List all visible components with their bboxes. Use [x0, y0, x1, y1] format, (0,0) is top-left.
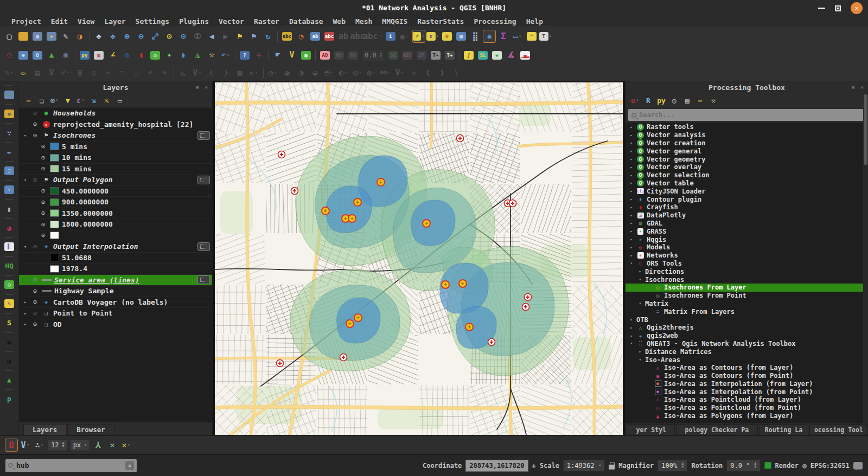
processing-item-hqgis[interactable]: ▸✳Hqgis — [626, 235, 868, 243]
save-layer-edits-icon[interactable]: ▤ — [31, 66, 44, 79]
copy-features-icon[interactable]: ❐ — [116, 66, 129, 79]
plugin-face-icon[interactable]: ◕ — [2, 221, 16, 235]
layout-manager-icon[interactable]: ✎ — [59, 30, 72, 43]
menu-layer[interactable]: Layer — [99, 17, 130, 25]
menu-help[interactable]: Help — [521, 17, 548, 25]
visibility-on-icon[interactable]: ⊙ — [39, 154, 47, 162]
style-manager-icon[interactable]: ◑ — [73, 30, 86, 43]
toggle-editing-icon[interactable]: ✏ — [17, 66, 30, 79]
layer-row-reprojected-amenity-hospital-22[interactable]: ⊙✚reprojected_amenity_hospital [22] — [19, 119, 212, 131]
layer-row-highway-sample[interactable]: ⊙Highway Sample — [19, 286, 212, 297]
data-source-manager-icon[interactable]: ◍ — [2, 107, 16, 121]
layer-row-blank[interactable]: ⊙ — [19, 230, 212, 242]
dock-tab-layers[interactable]: Layers — [23, 424, 66, 435]
split-parts-icon[interactable]: ◍▾ — [365, 66, 378, 79]
refresh-dark-icon[interactable]: ↻ — [2, 335, 16, 349]
processing-item-vector-general[interactable]: ▸QVector general — [626, 147, 868, 155]
expand-arrow-icon[interactable]: ▸ — [629, 133, 634, 138]
current-edits-icon[interactable]: ✎▾ — [3, 66, 16, 79]
histogram-plugin-icon[interactable]: ▁▄▂ — [519, 49, 532, 62]
layer-labeling-icon[interactable]: abc — [280, 30, 293, 43]
help-contents-icon[interactable]: ? — [238, 49, 251, 62]
metasearch-icon[interactable]: ◉ — [59, 49, 72, 62]
expand-arrow-icon[interactable]: ▸ — [629, 229, 634, 234]
crayfish-tool-icon[interactable]: ◖ — [135, 49, 148, 62]
options-wrench-icon[interactable]: ⚒ — [707, 94, 719, 106]
processing-search[interactable] — [628, 109, 865, 121]
processing-item-isochrones[interactable]: ▾Isochrones — [626, 275, 868, 284]
processing-item-otb[interactable]: ▸OTB — [626, 316, 868, 324]
osm-place-search-icon[interactable]: ○ — [149, 49, 162, 62]
render-checkbox[interactable] — [764, 462, 771, 469]
cityjson-loader-icon[interactable]: ▌ — [2, 240, 16, 254]
visibility-on-icon[interactable]: ⊙ — [39, 231, 47, 239]
expand-arrow-icon[interactable]: ▸ — [629, 157, 634, 162]
pan-map-icon[interactable]: ✥ — [92, 30, 105, 43]
menu-mesh[interactable]: Mesh — [350, 17, 377, 25]
stream-digitize-icon[interactable]: ≣ — [73, 66, 86, 79]
layer-row-1978-4[interactable]: 1978.4 — [19, 263, 212, 275]
hqgis-tool-icon[interactable]: HQ — [2, 259, 16, 273]
python-scripts-icon[interactable]: py — [655, 94, 667, 106]
ro-tool-icon[interactable]: RO — [347, 49, 360, 62]
expand-arrow-icon[interactable]: ▸ — [629, 140, 634, 145]
new-point-layer-icon[interactable]: ∵ — [2, 126, 16, 140]
simplify-feature-icon[interactable]: ▦ — [233, 66, 246, 79]
filter-legend-icon[interactable]: ▼ — [62, 94, 74, 106]
processing-item-distance-matrices[interactable]: ▸Distance Matrices — [626, 348, 868, 356]
tracing-icon[interactable]: ✕▾ — [120, 439, 133, 452]
expand-arrow-icon[interactable]: ▸ — [629, 165, 634, 170]
menu-web[interactable]: Web — [328, 17, 350, 25]
remove-layer-icon[interactable]: ▭ — [114, 94, 126, 106]
expand-arrow-icon[interactable]: ▸ — [629, 253, 634, 258]
2p-tool-icon[interactable]: 2P — [415, 49, 428, 62]
add-part-icon[interactable]: ◕ — [280, 66, 293, 79]
processing-item-iso-area-as-interpolation-from-layer[interactable]: ●Iso-Area as Interpolation (from Layer) — [626, 380, 868, 388]
menu-database[interactable]: Database — [284, 17, 328, 25]
expand-arrow-icon[interactable]: ▸ — [629, 333, 634, 338]
layer-row-10-mins[interactable]: ⊙10 mins — [19, 152, 212, 164]
open-project-icon[interactable] — [17, 30, 30, 43]
dataplotly-grid-icon[interactable]: ▦ — [92, 49, 105, 62]
history-icon[interactable]: ◷ — [668, 94, 680, 106]
layer-diagram-icon[interactable]: ◔ — [295, 30, 308, 43]
expand-arrow-icon[interactable]: ▸ — [637, 349, 643, 354]
snapping-options-icon[interactable]: ◺ — [177, 66, 190, 79]
epsg-value[interactable]: EPSG:32651 — [810, 462, 850, 469]
expand-arrow-icon[interactable]: ▸ — [629, 125, 634, 130]
coordinate-value[interactable]: 288743,1617820 — [465, 460, 528, 472]
zoom-full-icon[interactable]: ⤢ — [149, 30, 162, 43]
t-minus-tool-icon[interactable]: T- — [429, 49, 442, 62]
show-bookmarks-icon[interactable]: ⚑ — [247, 30, 260, 43]
expand-arrow-icon[interactable]: ▸ — [629, 149, 634, 153]
pan-to-selection-icon[interactable]: ✥ — [106, 30, 119, 43]
models-menu-icon[interactable]: ✿▾ — [629, 94, 641, 106]
expand-arrow-icon[interactable]: ▸ — [629, 205, 634, 210]
highlight-pinned-labels-icon[interactable]: abc — [351, 30, 364, 43]
zoom-to-selection-icon[interactable]: ⊙ — [177, 30, 190, 43]
visibility-off-icon[interactable]: ⊘ — [31, 110, 39, 117]
undo-arc-icon[interactable]: ↶▾ — [219, 49, 232, 62]
mo-tool-icon[interactable]: MO — [333, 49, 346, 62]
select-by-expression-icon[interactable]: ε▾ — [426, 30, 439, 43]
menu-edit[interactable]: Edit — [46, 17, 73, 25]
rotation-spin[interactable]: 0.0 ° ▲▼ — [726, 460, 760, 472]
open-attribute-table-icon[interactable]: ▤ — [455, 30, 468, 43]
redo-edit-icon[interactable]: ↷ — [158, 66, 171, 79]
processing-item-qgis2threejs[interactable]: ▸△Qgis2threejs — [626, 324, 868, 332]
expand-arrow-icon[interactable]: ▸ — [629, 237, 634, 242]
qgis2threejs-icon[interactable]: ▲ — [45, 49, 58, 62]
qgis2web-map-icon[interactable]: ✎ — [2, 297, 16, 311]
layer-row-450-0000000[interactable]: ⊙450.0000000 — [19, 186, 212, 197]
hand-pointer-tool-icon[interactable]: ☛ — [271, 49, 284, 62]
processing-item-contour-plugin[interactable]: ▸◗Contour plugin — [626, 195, 868, 203]
messages-icon[interactable] — [853, 462, 863, 469]
snap-units[interactable]: px▾ — [70, 439, 90, 451]
enable-snapping-icon[interactable]: Ω — [5, 439, 18, 452]
delete-ring-icon[interactable]: ◒ — [309, 66, 322, 79]
expand-arrow-icon[interactable]: ▸ — [22, 321, 28, 327]
processing-item-ors-tools[interactable]: ▾◌ORS Tools — [626, 260, 868, 268]
processing-item-iso-area-as-pointcloud-from-layer[interactable]: ∴Iso-Area as Pointcloud (from Layer) — [626, 396, 868, 404]
move-feature-icon[interactable]: ❨ — [205, 66, 218, 79]
map-tips-icon[interactable]: ❝ — [525, 30, 538, 43]
